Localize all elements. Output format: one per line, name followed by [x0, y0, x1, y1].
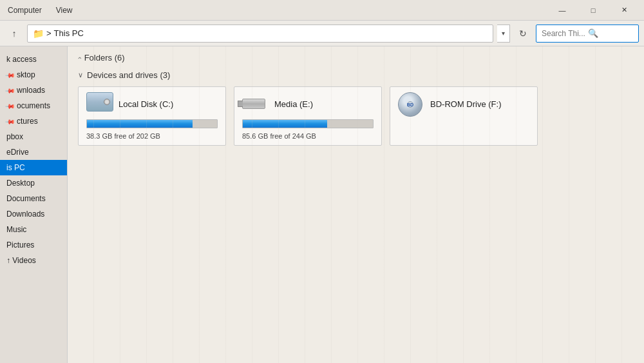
pin-icon: 📌 [5, 116, 15, 126]
maximize-button[interactable]: □ [578, 0, 608, 21]
sidebar-label: Documents [6, 194, 46, 203]
sidebar-item-documents2[interactable]: Documents [0, 191, 67, 206]
sidebar-label: ↑ Videos [6, 256, 36, 265]
sidebar-label: Music [6, 225, 26, 234]
drives-grid: Local Disk (C:) 38.3 GB free of 202 GB [78, 86, 634, 146]
explorer-window: Computer View — □ ✕ ↑ 📁 > This PC ▾ ↻ Se… [0, 0, 644, 363]
chevron-icon: › [75, 57, 83, 59]
back-button[interactable]: ↑ [5, 25, 23, 43]
sidebar-label: Pictures [6, 240, 34, 250]
sidebar-label: ocuments [17, 101, 50, 110]
sidebar-item-downloads2[interactable]: Downloads [0, 206, 67, 222]
drive-item-e[interactable]: Media (E:) 85.6 GB free of 244 GB [234, 86, 382, 146]
menu-computer[interactable]: Computer [5, 5, 44, 16]
drive-progress-fill [87, 120, 193, 128]
drive-header: BD BD-ROM Drive (F:) [398, 92, 529, 115]
pin-icon: 📌 [5, 101, 15, 111]
sidebar-label: Downloads [6, 210, 44, 219]
drive-header: Media (E:) [242, 92, 374, 115]
drive-progress-bar [86, 119, 218, 128]
refresh-button[interactable]: ↻ [514, 25, 532, 43]
main-panel: › Folders (6) ∨ Devices and drives (3) L… [68, 46, 644, 363]
close-button[interactable]: ✕ [609, 0, 639, 21]
address-path[interactable]: 📁 > This PC [27, 25, 493, 43]
search-label: Search Thi... [542, 29, 585, 38]
search-box[interactable]: Search Thi... 🔍 [536, 25, 639, 43]
sidebar-item-dropbox[interactable]: pbox [0, 129, 67, 144]
minimize-button[interactable]: — [547, 0, 577, 21]
chevron-icon: ∨ [78, 71, 83, 79]
folders-section-header[interactable]: › Folders (6) [78, 53, 634, 63]
menu-bar: Computer View [5, 5, 75, 16]
content-area: k access 📌 sktop 📌 wnloads 📌 ocuments 📌 … [0, 46, 644, 363]
drives-section-label: Devices and drives (3) [87, 70, 170, 80]
sidebar-item-pictures[interactable]: 📌 ctures [0, 113, 67, 129]
sidebar-item-videos[interactable]: ↑ Videos [0, 253, 67, 268]
menu-view[interactable]: View [53, 5, 75, 16]
drive-info: 85.6 GB free of 244 GB [242, 132, 374, 140]
folders-section-label: Folders (6) [84, 53, 125, 63]
search-icon: 🔍 [588, 28, 598, 38]
address-bar: ↑ 📁 > This PC ▾ ↻ Search Thi... 🔍 [0, 21, 644, 46]
sidebar-label: pbox [6, 132, 23, 141]
drive-progress-bar [242, 119, 374, 128]
drive-name: Media (E:) [274, 99, 313, 109]
breadcrumb-separator: > [46, 28, 52, 38]
bd-label-text: BD [407, 103, 413, 107]
breadcrumb-thispc[interactable]: This PC [54, 28, 84, 38]
hdd-icon [86, 92, 113, 115]
sidebar-label: eDrive [6, 148, 29, 157]
drive-item-f[interactable]: BD BD-ROM Drive (F:) [390, 86, 538, 146]
folder-icon: 📁 [33, 28, 44, 39]
sidebar: k access 📌 sktop 📌 wnloads 📌 ocuments 📌 … [0, 46, 68, 363]
drive-name: BD-ROM Drive (F:) [430, 99, 502, 109]
sidebar-label: k access [6, 55, 37, 64]
sidebar-item-pictures2[interactable]: Pictures [0, 237, 67, 253]
window-controls: — □ ✕ [547, 0, 639, 21]
usb-icon [242, 92, 269, 115]
pin-icon: 📌 [5, 70, 15, 80]
sidebar-item-downloads[interactable]: 📌 wnloads [0, 83, 67, 98]
sidebar-item-music[interactable]: Music [0, 222, 67, 237]
drive-name: Local Disk (C:) [118, 99, 173, 109]
bd-icon: BD [398, 92, 425, 115]
drive-progress-fill [243, 120, 327, 128]
sidebar-item-desktop2[interactable]: Desktop [0, 175, 67, 191]
sidebar-label: Desktop [6, 179, 35, 188]
sidebar-label: is PC [6, 163, 25, 172]
sidebar-item-onedrive[interactable]: eDrive [0, 144, 67, 160]
sidebar-label: ctures [17, 117, 38, 126]
sidebar-section-quickaccess: k access 📌 sktop 📌 wnloads 📌 ocuments 📌 … [0, 52, 67, 268]
pin-icon: 📌 [5, 85, 15, 95]
sidebar-label: wnloads [17, 86, 45, 95]
drives-section-header[interactable]: ∨ Devices and drives (3) [78, 70, 634, 80]
drive-header: Local Disk (C:) [86, 92, 218, 115]
drive-info: 38.3 GB free of 202 GB [86, 132, 218, 140]
sidebar-item-thispc[interactable]: is PC [0, 160, 67, 175]
sidebar-item-quickaccess[interactable]: k access [0, 52, 67, 67]
title-bar: Computer View — □ ✕ [0, 0, 644, 21]
drive-item-c[interactable]: Local Disk (C:) 38.3 GB free of 202 GB [78, 86, 226, 146]
address-dropdown[interactable]: ▾ [497, 25, 510, 43]
sidebar-label: sktop [17, 70, 35, 79]
sidebar-item-desktop[interactable]: 📌 sktop [0, 67, 67, 83]
sidebar-item-documents[interactable]: 📌 ocuments [0, 98, 67, 113]
